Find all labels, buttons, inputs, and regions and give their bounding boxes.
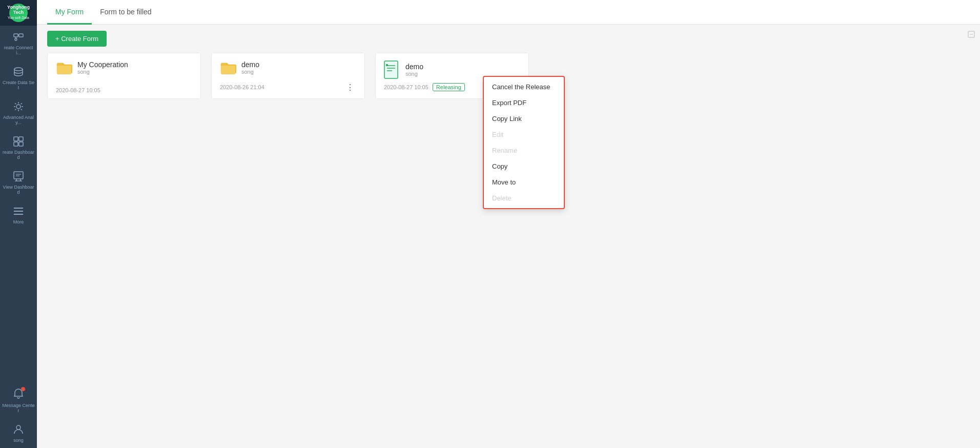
connection-icon xyxy=(12,31,25,43)
svg-line-11 xyxy=(15,103,16,104)
create-dashboard-icon xyxy=(12,135,25,148)
menu-item-cancel-release[interactable]: Cancel the Release xyxy=(484,79,564,95)
sidebar-item-advanced-analysis-label: Advanced Analy... xyxy=(2,115,35,125)
svg-rect-33 xyxy=(386,64,388,66)
logo: YonghongTechYun soft Data xyxy=(0,0,37,26)
sidebar-item-create-dashboard-label: reate Dashboard xyxy=(2,150,35,160)
sidebar-item-create-connection-label: reate Connecti... xyxy=(2,45,35,55)
svg-point-4 xyxy=(15,38,17,40)
sidebar-item-create-dataset[interactable]: Create Data Set xyxy=(0,60,37,95)
card-my-cooperation-date: 2020-08-27 10:05 xyxy=(56,87,100,93)
sidebar-item-message-center[interactable]: Message Center xyxy=(0,383,37,418)
main-content: My Form Form to be filled + Create Form xyxy=(37,0,980,448)
svg-rect-17 xyxy=(14,142,18,146)
sidebar-item-view-dashboard-label: View Dashboard xyxy=(2,185,35,195)
card-demo-folder[interactable]: demo song 2020-08-26 21:04 ⋮ xyxy=(211,53,365,99)
svg-point-5 xyxy=(14,68,23,71)
context-menu: Cancel the Release Export PDF Copy Link … xyxy=(483,76,565,209)
card-demo-folder-header: demo song xyxy=(220,60,356,75)
analysis-icon xyxy=(12,100,25,113)
svg-rect-1 xyxy=(19,34,23,37)
sidebar-item-create-dataset-label: Create Data Set xyxy=(2,80,35,90)
svg-rect-19 xyxy=(14,172,23,179)
top-right-icon xyxy=(968,31,975,39)
card-my-cooperation-owner: song xyxy=(77,69,128,75)
svg-point-6 xyxy=(16,105,21,109)
sidebar-bottom: Message Center song xyxy=(0,383,37,448)
more-icon xyxy=(12,205,25,217)
menu-item-delete: Delete xyxy=(484,190,564,206)
sidebar-item-create-dashboard[interactable]: reate Dashboard xyxy=(0,130,37,165)
tab-form-to-be-filled[interactable]: Form to be filled xyxy=(92,0,159,25)
menu-item-copy-link[interactable]: Copy Link xyxy=(484,111,564,127)
folder-icon-2 xyxy=(220,61,236,74)
svg-rect-15 xyxy=(14,137,18,141)
menu-item-move-to[interactable]: Move to xyxy=(484,174,564,190)
card-demo-folder-owner: song xyxy=(241,69,259,75)
card-demo-folder-date: 2020-08-26 21:04 xyxy=(220,84,264,90)
sidebar-item-user-label: song xyxy=(13,438,24,443)
sidebar-item-more[interactable]: More xyxy=(0,200,37,230)
card-my-cooperation[interactable]: My Cooperation song 2020-08-27 10:05 xyxy=(47,53,201,99)
svg-line-13 xyxy=(21,103,22,104)
folder-icon xyxy=(56,61,72,74)
card-demo-form-status: Releasing xyxy=(433,83,465,91)
card-demo-form-owner: song xyxy=(405,71,423,77)
notification-badge-dot xyxy=(21,387,25,391)
sidebar-item-view-dashboard[interactable]: View Dashboard xyxy=(0,165,37,200)
sidebar-item-message-center-label: Message Center xyxy=(2,403,35,413)
menu-item-export-pdf[interactable]: Export PDF xyxy=(484,95,564,111)
bell-icon xyxy=(12,389,25,401)
card-my-cooperation-title: My Cooperation xyxy=(77,60,128,69)
toolbar: + Create Form xyxy=(37,25,980,53)
tabs-bar: My Form Form to be filled xyxy=(37,0,980,25)
sidebar-item-user[interactable]: song xyxy=(0,418,37,448)
svg-rect-0 xyxy=(14,34,18,37)
card-my-cooperation-header: My Cooperation song xyxy=(56,60,192,75)
logo-icon: YonghongTechYun soft Data xyxy=(9,4,28,22)
svg-rect-29 xyxy=(384,61,398,78)
svg-rect-16 xyxy=(19,137,23,141)
menu-item-copy[interactable]: Copy xyxy=(484,158,564,174)
sidebar: YonghongTechYun soft Data reate Connecti… xyxy=(0,0,37,448)
view-dashboard-icon xyxy=(12,170,25,182)
svg-line-12 xyxy=(21,109,22,110)
svg-rect-18 xyxy=(19,142,23,146)
tab-my-form[interactable]: My Form xyxy=(47,0,92,25)
create-form-button[interactable]: + Create Form xyxy=(47,31,107,47)
sidebar-item-more-label: More xyxy=(13,219,24,225)
form-icon xyxy=(384,60,400,79)
card-demo-form-date: 2020-08-27 10:05 xyxy=(384,84,428,90)
card-demo-form-title: demo xyxy=(405,63,423,71)
sidebar-item-advanced-analysis[interactable]: Advanced Analy... xyxy=(0,95,37,130)
svg-point-28 xyxy=(16,425,21,430)
menu-item-edit: Edit xyxy=(484,127,564,142)
dataset-icon xyxy=(12,66,25,78)
sidebar-item-create-connection[interactable]: reate Connecti... xyxy=(0,26,37,60)
card-demo-folder-menu-btn[interactable]: ⋮ xyxy=(344,81,356,93)
user-icon xyxy=(12,423,25,436)
card-demo-folder-title: demo xyxy=(241,60,259,69)
svg-line-14 xyxy=(15,109,16,110)
menu-item-rename: Rename xyxy=(484,142,564,158)
